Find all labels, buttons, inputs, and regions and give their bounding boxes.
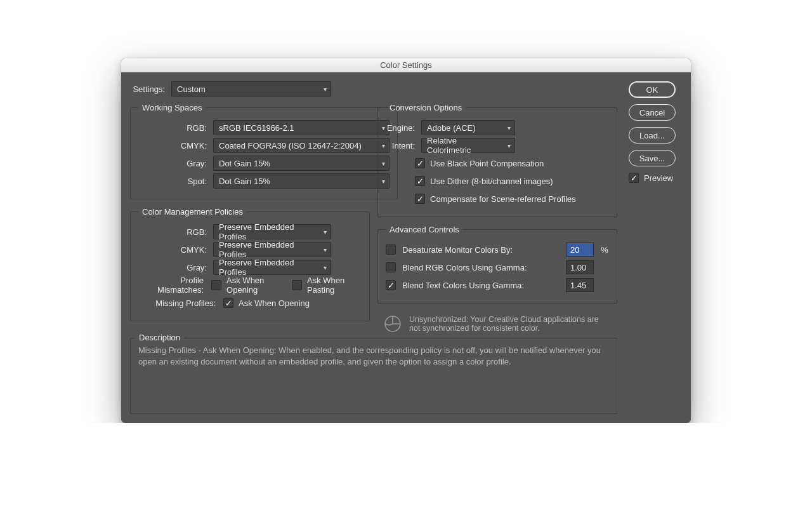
blend-text-input[interactable] — [566, 278, 594, 292]
blend-rgb-input[interactable] — [566, 260, 594, 274]
description-box: Missing Profiles - Ask When Opening: Whe… — [130, 338, 617, 414]
left-column: Working Spaces RGB: sRGB IEC61966-2.1▾ C… — [130, 103, 370, 335]
mismatch-open-checkbox[interactable] — [211, 280, 221, 290]
unsync-icon — [384, 315, 402, 333]
chevron-down-icon: ▾ — [324, 246, 327, 253]
working-spaces-group: Working Spaces RGB: sRGB IEC61966-2.1▾ C… — [130, 103, 398, 199]
missing-profiles-label: Missing Profiles: — [138, 298, 216, 308]
cancel-button[interactable]: Cancel — [629, 104, 676, 121]
mismatch-open-label: Ask When Opening — [226, 276, 284, 295]
chevron-down-icon: ▾ — [324, 229, 327, 236]
working-spaces-legend: Working Spaces — [138, 103, 206, 112]
dialog-content: Settings: Custom ▾ Working Spaces RGB: s… — [121, 72, 691, 423]
settings-select[interactable]: Custom ▾ — [171, 81, 331, 97]
policies-legend: Color Management Policies — [138, 207, 247, 217]
missing-open-checkbox[interactable] — [223, 298, 233, 308]
ws-rgb-label: RGB: — [138, 123, 207, 133]
engine-select[interactable]: Adobe (ACE)▾ — [421, 120, 515, 135]
ws-rgb-select[interactable]: sRGB IEC61966-2.1▾ — [213, 120, 390, 135]
engine-label: Engine: — [386, 123, 415, 133]
bpc-checkbox[interactable] — [415, 158, 425, 168]
pol-rgb-label: RGB: — [138, 227, 207, 237]
pol-rgb-select[interactable]: Preserve Embedded Profiles▾ — [213, 224, 331, 239]
ok-button[interactable]: OK — [629, 81, 676, 98]
pol-gray-label: Gray: — [138, 263, 207, 272]
ws-gray-label: Gray: — [138, 159, 207, 168]
settings-label: Settings: — [130, 84, 165, 94]
scene-label: Compensate for Scene-referred Profiles — [430, 194, 576, 204]
unsync-notice: Unsynchronized: Your Creative Cloud appl… — [377, 311, 617, 335]
intent-label: Intent: — [386, 141, 415, 150]
color-settings-dialog: Color Settings Settings: Custom ▾ Workin… — [121, 58, 691, 423]
description-legend: Description — [135, 333, 184, 342]
blend-text-label: Blend Text Colors Using Gamma: — [402, 281, 560, 290]
conversion-group: Conversion Options Engine: Adobe (ACE)▾ … — [377, 103, 617, 217]
desat-label: Desaturate Monitor Colors By: — [402, 245, 560, 255]
window-title: Color Settings — [121, 58, 691, 72]
blend-rgb-label: Blend RGB Colors Using Gamma: — [402, 263, 560, 272]
intent-select[interactable]: Relative Colorimetric▾ — [421, 138, 515, 153]
ws-cmyk-label: CMYK: — [138, 141, 207, 150]
desat-input[interactable] — [566, 243, 594, 257]
pol-gray-select[interactable]: Preserve Embedded Profiles▾ — [213, 260, 331, 275]
unsync-text: Unsynchronized: Your Creative Cloud appl… — [409, 315, 611, 333]
load-button[interactable]: Load... — [629, 127, 676, 144]
chevron-down-icon: ▾ — [324, 264, 327, 271]
settings-value: Custom — [177, 84, 206, 94]
advanced-group: Advanced Controls Desaturate Monitor Col… — [377, 225, 617, 304]
preview-checkbox[interactable] — [629, 173, 639, 183]
ws-spot-label: Spot: — [138, 177, 207, 186]
dither-label: Use Dither (8-bit/channel images) — [430, 177, 553, 186]
advanced-legend: Advanced Controls — [386, 225, 463, 234]
chevron-down-icon: ▾ — [508, 142, 511, 149]
pol-cmyk-label: CMYK: — [138, 245, 207, 255]
chevron-down-icon: ▾ — [508, 124, 511, 131]
missing-open-label: Ask When Opening — [239, 298, 310, 308]
ws-cmyk-select[interactable]: Coated FOGRA39 (ISO 12647-2:2004)▾ — [213, 138, 390, 153]
main-panel: Settings: Custom ▾ Working Spaces RGB: s… — [121, 72, 626, 423]
desat-suffix: % — [600, 245, 609, 255]
save-button[interactable]: Save... — [629, 150, 676, 166]
preview-label: Preview — [644, 173, 673, 183]
conversion-legend: Conversion Options — [386, 103, 466, 112]
desat-checkbox[interactable] — [386, 244, 396, 255]
description-text: Missing Profiles - Ask When Opening: Whe… — [138, 345, 609, 368]
profile-mismatches-label: Profile Mismatches: — [138, 276, 204, 295]
policies-group: Color Management Policies RGB: Preserve … — [130, 207, 370, 321]
dither-checkbox[interactable] — [415, 176, 425, 186]
bpc-label: Use Black Point Compensation — [430, 159, 544, 168]
mismatch-paste-checkbox[interactable] — [292, 280, 302, 290]
blend-text-checkbox[interactable] — [386, 280, 396, 290]
chevron-down-icon: ▾ — [324, 86, 327, 93]
mismatch-paste-label: Ask When Pasting — [307, 276, 362, 295]
side-buttons: OK Cancel Load... Save... Preview — [626, 72, 691, 423]
right-column: Conversion Options Engine: Adobe (ACE)▾ … — [377, 103, 617, 335]
pol-cmyk-select[interactable]: Preserve Embedded Profiles▾ — [213, 242, 331, 257]
blend-rgb-checkbox[interactable] — [386, 262, 396, 272]
ws-gray-select[interactable]: Dot Gain 15%▾ — [213, 156, 390, 171]
scene-checkbox[interactable] — [415, 194, 425, 204]
ws-spot-select[interactable]: Dot Gain 15%▾ — [213, 173, 390, 189]
